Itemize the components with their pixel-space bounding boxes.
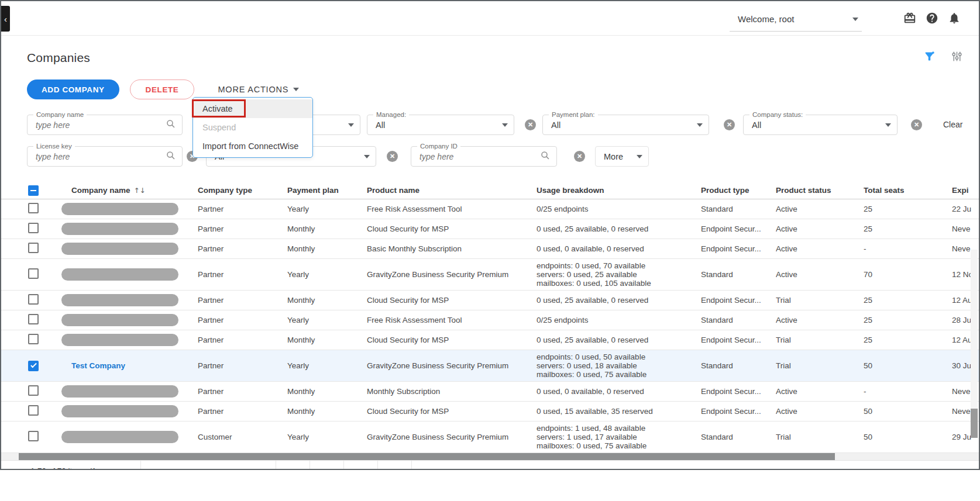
header-product-status[interactable]: Product status bbox=[776, 186, 864, 195]
company-name-input[interactable] bbox=[36, 120, 162, 130]
table-row[interactable]: PartnerYearlyGravityZone Business Securi… bbox=[1, 259, 979, 291]
gift-icon[interactable] bbox=[903, 12, 916, 25]
row-checkbox[interactable] bbox=[28, 294, 39, 305]
menu-item-activate[interactable]: Activate bbox=[193, 99, 312, 118]
table-body: PartnerYearlyFree Risk Assessment Tool0/… bbox=[1, 199, 979, 453]
header-company-name[interactable]: Company name↑↓ bbox=[57, 186, 198, 195]
product-name-cell: Free Risk Assessment Tool bbox=[367, 205, 537, 213]
company-id-input[interactable] bbox=[419, 152, 537, 161]
search-icon[interactable] bbox=[540, 150, 551, 163]
row-checkbox[interactable] bbox=[28, 361, 39, 371]
first-page-button[interactable] bbox=[276, 461, 310, 470]
table-row[interactable]: PartnerYearlyFree Risk Assessment Tool0/… bbox=[1, 199, 979, 219]
product-name-cell: Free Risk Assessment Tool bbox=[367, 316, 537, 324]
row-checkbox[interactable] bbox=[28, 385, 39, 396]
header-payment-plan[interactable]: Payment plan bbox=[287, 186, 367, 195]
product-type-cell: Endpoint Secur... bbox=[701, 224, 776, 233]
search-icon[interactable] bbox=[166, 150, 176, 163]
managed-filter[interactable]: Managed: All bbox=[367, 115, 514, 135]
company-name-filter[interactable]: Company name bbox=[27, 115, 183, 135]
product-name-cell: GravityZone Business Security Premium bbox=[367, 270, 537, 279]
header-company-type[interactable]: Company type bbox=[198, 186, 287, 195]
select-all-checkbox[interactable] bbox=[28, 185, 39, 196]
expiration-date-cell: 22 Ju bbox=[952, 205, 980, 213]
row-checkbox[interactable] bbox=[28, 243, 39, 253]
more-filters-dropdown[interactable]: More bbox=[595, 146, 649, 167]
menu-item-import-connectwise[interactable]: Import from ConnectWise bbox=[193, 137, 312, 156]
total-seats-cell: 25 bbox=[864, 224, 952, 233]
row-checkbox[interactable] bbox=[28, 223, 39, 233]
payment-plan-filter[interactable]: Payment plan: All bbox=[542, 115, 709, 135]
company-status-clear-icon[interactable]: ✕ bbox=[911, 119, 922, 130]
chevron-left-icon bbox=[321, 469, 333, 470]
product-status-cell: Active bbox=[776, 407, 864, 416]
usage-breakdown-cell: 0 used, 25 available, 0 reserved bbox=[537, 296, 701, 305]
next-page-button[interactable] bbox=[344, 461, 377, 470]
redacted-company-name bbox=[61, 203, 178, 215]
company-id-filter[interactable]: Company ID bbox=[411, 146, 557, 167]
table-row[interactable]: PartnerYearlyFree Risk Assessment Tool0/… bbox=[1, 310, 979, 330]
vertical-scrollbar[interactable] bbox=[971, 250, 978, 438]
table-row[interactable]: PartnerMonthlyCloud Security for MSP0 us… bbox=[1, 291, 979, 310]
license-key-filter[interactable]: License key bbox=[27, 146, 183, 167]
table-row[interactable]: PartnerMonthlyMonthly Subscription0 used… bbox=[1, 382, 979, 402]
table-row[interactable]: PartnerMonthlyCloud Security for MSP0 us… bbox=[1, 219, 979, 239]
table-row[interactable]: PartnerMonthlyCloud Security for MSP0 us… bbox=[1, 402, 979, 421]
header-usage-breakdown[interactable]: Usage breakdown bbox=[537, 186, 701, 195]
table-row[interactable]: CustomerYearlyGravityZone Business Secur… bbox=[1, 421, 979, 453]
table-row[interactable]: PartnerMonthlyCloud Security for MSP0 us… bbox=[1, 330, 979, 350]
total-seats-cell: 50 bbox=[864, 407, 952, 416]
redacted-company-name bbox=[61, 334, 178, 346]
payment-plan-clear-icon[interactable]: ✕ bbox=[724, 119, 735, 130]
usage-breakdown-cell: 0 used, 0 available, 0 reserved bbox=[537, 244, 701, 253]
previous-page-button[interactable] bbox=[310, 461, 343, 470]
row-checkbox[interactable] bbox=[28, 314, 39, 324]
company-status-filter[interactable]: Company status: All bbox=[743, 115, 898, 135]
header-product-name[interactable]: Product name bbox=[367, 186, 537, 195]
company-type-cell: Partner bbox=[198, 296, 287, 305]
row-checkbox[interactable] bbox=[28, 268, 39, 279]
sidebar-collapse-toggle[interactable]: ‹ bbox=[1, 6, 10, 32]
filter-funnel-icon[interactable] bbox=[923, 50, 936, 63]
refresh-button[interactable] bbox=[949, 469, 962, 470]
type-dropdown-clear-icon[interactable]: ✕ bbox=[387, 151, 398, 162]
usage-breakdown-cell: 0 used, 15 available, 35 reserved bbox=[537, 407, 701, 416]
row-checkbox[interactable] bbox=[28, 405, 39, 416]
payment-plan-cell: Yearly bbox=[287, 205, 367, 213]
user-menu[interactable]: Welcome, root bbox=[730, 12, 862, 32]
row-checkbox[interactable] bbox=[28, 431, 39, 441]
clear-filters-link[interactable]: Clear bbox=[943, 120, 962, 129]
notifications-bell-icon[interactable] bbox=[947, 12, 961, 25]
company-type-cell: Customer bbox=[198, 433, 287, 441]
payment-plan-cell: Monthly bbox=[287, 387, 367, 396]
sort-arrows-icon[interactable]: ↑↓ bbox=[134, 186, 146, 195]
table-row[interactable]: PartnerMonthlyBasic Monthly Subscription… bbox=[1, 239, 979, 259]
vertical-scrollbar-thumb[interactable] bbox=[971, 409, 978, 438]
header-product-type[interactable]: Product type bbox=[701, 186, 776, 195]
license-key-input[interactable] bbox=[36, 152, 162, 161]
company-name-link[interactable]: Test Company bbox=[71, 361, 192, 370]
row-checkbox[interactable] bbox=[28, 334, 39, 344]
top-bar: ‹ Welcome, root bbox=[1, 1, 979, 36]
delete-button[interactable]: DELETE bbox=[130, 80, 195, 99]
header-expiration[interactable]: Expi bbox=[952, 186, 980, 195]
horizontal-scrollbar-thumb[interactable] bbox=[19, 453, 835, 460]
header-total-seats[interactable]: Total seats bbox=[864, 186, 952, 195]
chevron-down-icon bbox=[293, 88, 299, 91]
add-company-button[interactable]: ADD COMPANY bbox=[27, 80, 119, 99]
help-icon[interactable] bbox=[925, 12, 938, 25]
row-checkbox[interactable] bbox=[28, 203, 39, 213]
horizontal-scrollbar[interactable] bbox=[1, 453, 979, 460]
chevron-down-icon bbox=[637, 155, 642, 158]
column-settings-sliders-icon[interactable] bbox=[950, 50, 964, 63]
product-type-cell: Standard bbox=[701, 205, 776, 213]
search-icon[interactable] bbox=[166, 119, 176, 132]
last-page-button[interactable] bbox=[378, 461, 411, 470]
payment-plan-cell: Monthly bbox=[287, 224, 367, 233]
managed-clear-icon[interactable]: ✕ bbox=[525, 119, 536, 130]
table-row[interactable]: Test CompanyPartnerYearlyGravityZone Bus… bbox=[1, 350, 979, 382]
company-type-cell: Partner bbox=[198, 205, 287, 213]
more-actions-button[interactable]: MORE ACTIONS bbox=[218, 80, 299, 99]
company-id-clear-icon[interactable]: ✕ bbox=[574, 151, 585, 162]
total-seats-cell: 50 bbox=[864, 361, 952, 370]
